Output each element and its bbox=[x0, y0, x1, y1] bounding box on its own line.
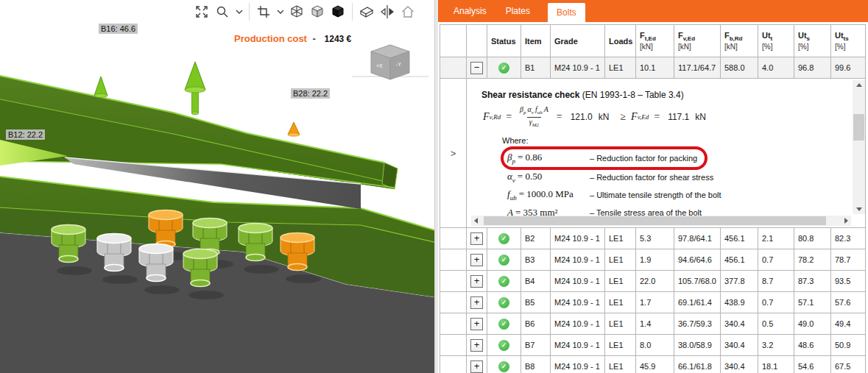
cell-uts: 80.8 bbox=[794, 228, 831, 249]
horizontal-scrollbar-thumb[interactable] bbox=[484, 216, 826, 225]
column-header-status: Status bbox=[487, 25, 521, 57]
3d-viewport[interactable]: +X -Y bbox=[0, 0, 434, 373]
status-ok-icon: ✓ bbox=[498, 319, 509, 330]
bolt-row-b7[interactable]: +✓B7M24 10.9 - 1LE18.038.0/58.9340.43.24… bbox=[440, 335, 866, 356]
scroll-up-icon[interactable] bbox=[856, 83, 862, 87]
bolt-row-b2[interactable]: +✓B2M24 10.9 - 1LE15.397.8/64.1456.12.18… bbox=[440, 228, 866, 249]
results-panel: AnalysisPlatesBolts StatusItemGradeLoads… bbox=[438, 0, 868, 373]
crop-section-icon[interactable] bbox=[255, 3, 272, 21]
cube-solid-icon[interactable] bbox=[329, 3, 347, 21]
bolt-row-b6[interactable]: +✓B6M24 10.9 - 1LE11.436.7/59.3340.40.54… bbox=[440, 313, 866, 335]
cell-fv: 94.6/64.6 bbox=[674, 249, 721, 271]
detail-vertical-scrollbar[interactable] bbox=[853, 80, 865, 214]
viewport-toolbar bbox=[193, 1, 417, 22]
bolt-label-b16: B16: 46.6 bbox=[99, 24, 138, 34]
cell-ft: 10.1 bbox=[636, 57, 674, 79]
cell-utts: 99.6 bbox=[831, 57, 866, 79]
status-ok-icon: ✓ bbox=[498, 276, 509, 287]
cell-fv: 36.7/59.3 bbox=[674, 313, 721, 335]
variable-line--p: βp= 0.86– Reduction factor for packing bbox=[504, 149, 705, 167]
status-ok-icon: ✓ bbox=[498, 340, 509, 351]
results-tabbar: AnalysisPlatesBolts bbox=[438, 0, 868, 22]
cube-wireframe-icon[interactable] bbox=[288, 3, 306, 21]
cell-uts: 49.0 bbox=[794, 313, 831, 335]
where-label: Where: bbox=[502, 136, 865, 145]
status-ok-icon: ✓ bbox=[498, 233, 509, 244]
tab-plates[interactable]: Plates bbox=[504, 0, 532, 22]
expand-button-b5[interactable]: + bbox=[470, 296, 483, 309]
column-header-grade: Grade bbox=[551, 25, 605, 57]
zoom-icon[interactable] bbox=[214, 3, 231, 21]
expand-button-b2[interactable]: + bbox=[470, 232, 483, 245]
cell-loads: LE1 bbox=[605, 356, 636, 373]
bolt-row-b4[interactable]: +✓B4M24 10.9 - 1LE122.0105.7/68.0377.88.… bbox=[440, 271, 866, 292]
cell-utts: 78.7 bbox=[831, 249, 866, 271]
bolt-row-b8[interactable]: +✓B8M24 10.9 - 1LE145.966.1/61.8340.418.… bbox=[440, 356, 866, 373]
nav-cube-x-label: +X bbox=[376, 63, 383, 68]
mirror-view-icon[interactable] bbox=[378, 3, 396, 21]
status-ok-icon: ✓ bbox=[498, 361, 509, 372]
navigation-cube[interactable]: +X -Y bbox=[352, 45, 428, 79]
cell-grade: M24 10.9 - 1 bbox=[551, 292, 605, 313]
bolt-row-b3[interactable]: +✓B3M24 10.9 - 1LE11.994.6/64.6456.10.77… bbox=[440, 249, 866, 271]
row-gutter bbox=[440, 249, 467, 271]
bolt-row-b5[interactable]: +✓B5M24 10.9 - 1LE11.769.1/61.4438.90.75… bbox=[440, 292, 866, 313]
production-cost-separator: - bbox=[313, 33, 316, 44]
column-header-utt: Utt[%] bbox=[758, 25, 794, 57]
toolbar-separator bbox=[249, 3, 250, 21]
detail-horizontal-scrollbar[interactable] bbox=[471, 216, 851, 226]
variable-line--v: αv= 0.50– Reduction factor for shear str… bbox=[504, 168, 721, 186]
cube-transparent-icon[interactable] bbox=[308, 3, 326, 21]
zoom-dropdown-chevron-icon[interactable] bbox=[234, 3, 244, 21]
cell-fv: 117.1/64.7 bbox=[674, 57, 721, 79]
expand-button-b8[interactable]: + bbox=[470, 360, 483, 373]
bolt-row-b1[interactable]: −✓B1M24 10.9 - 1LE110.1117.1/64.7588.04.… bbox=[440, 57, 866, 79]
cell-fv: 66.1/61.8 bbox=[674, 356, 721, 373]
cell-fb: 456.1 bbox=[721, 228, 758, 249]
tab-analysis[interactable]: Analysis bbox=[452, 0, 488, 22]
status-ok-icon: ✓ bbox=[498, 297, 509, 308]
cell-fb: 438.9 bbox=[721, 292, 758, 313]
tab-bolts[interactable]: Bolts bbox=[548, 3, 585, 22]
status-ok-icon: ✓ bbox=[498, 63, 509, 74]
cell-loads: LE1 bbox=[605, 313, 636, 335]
scroll-down-icon[interactable] bbox=[856, 207, 862, 211]
cell-uts: 87.3 bbox=[794, 271, 831, 292]
wedge-view-icon[interactable] bbox=[358, 3, 375, 21]
column-header-fb-rd: Fb,Rd[kN] bbox=[721, 25, 758, 57]
expand-button-b4[interactable]: + bbox=[470, 275, 483, 288]
cell-item: B4 bbox=[521, 271, 551, 292]
vertical-scrollbar-thumb[interactable] bbox=[853, 114, 864, 141]
cell-utt: 0.7 bbox=[758, 292, 794, 313]
scroll-right-icon[interactable] bbox=[844, 218, 848, 224]
bolts-table: StatusItemGradeLoadsFt,Ed[kN]Fv,Ed[kN]Fb… bbox=[440, 24, 866, 373]
cell-loads: LE1 bbox=[605, 228, 636, 249]
cell-loads: LE1 bbox=[605, 57, 636, 79]
cell-loads: LE1 bbox=[605, 249, 636, 271]
cell-utts: 49.4 bbox=[831, 313, 866, 335]
cell-ft: 1.4 bbox=[636, 313, 674, 335]
status-ok-icon: ✓ bbox=[498, 255, 509, 266]
detail-chevron[interactable]: > bbox=[440, 79, 467, 228]
scroll-left-icon[interactable] bbox=[474, 218, 478, 224]
cell-fv: 97.8/64.1 bbox=[674, 228, 721, 249]
variable-line-fub: fub= 1000.0 MPa– Ultimate tensile streng… bbox=[504, 186, 729, 204]
detail-title-bold: Shear resistance check bbox=[481, 90, 579, 100]
expand-button-b3[interactable]: + bbox=[470, 254, 483, 266]
crop-dropdown-chevron-icon[interactable] bbox=[275, 3, 285, 21]
row-gutter bbox=[440, 335, 467, 356]
fit-screen-icon[interactable] bbox=[193, 3, 211, 21]
cell-fb: 588.0 bbox=[721, 57, 758, 79]
3d-scene[interactable]: +X -Y bbox=[0, 0, 434, 373]
formula-fraction: βpαvfubA γM2 bbox=[518, 105, 550, 129]
expand-button-b7[interactable]: + bbox=[470, 339, 483, 352]
cell-ft: 8.0 bbox=[636, 335, 674, 356]
row-gutter bbox=[440, 313, 467, 335]
collapse-button-b1[interactable]: − bbox=[470, 62, 483, 74]
expand-button-b6[interactable]: + bbox=[470, 318, 483, 330]
cell-grade: M24 10.9 - 1 bbox=[551, 57, 605, 79]
home-view-icon[interactable] bbox=[399, 3, 417, 21]
row-gutter bbox=[440, 271, 467, 292]
bolt-b1-detail-row: > Shear resistance check (EN 1993-1-8 – … bbox=[440, 79, 866, 228]
cell-utts: 50.9 bbox=[831, 335, 866, 356]
